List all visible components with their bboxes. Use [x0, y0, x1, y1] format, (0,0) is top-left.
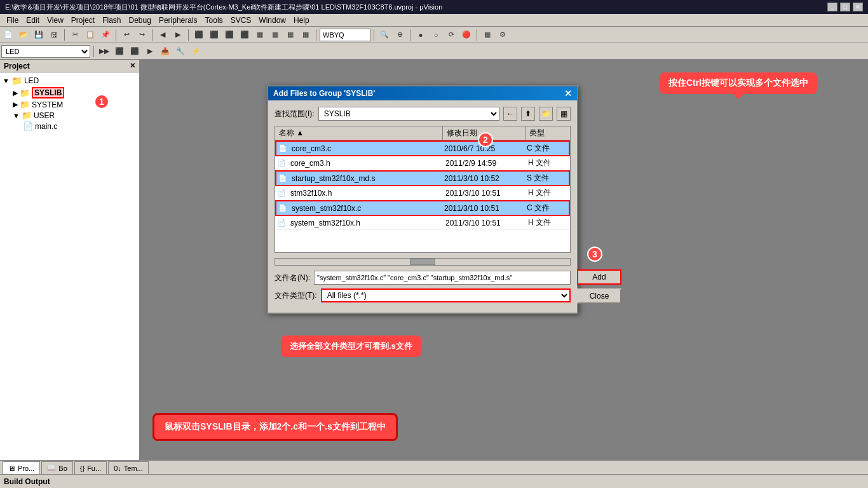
- tb-btn-11[interactable]: ●: [414, 28, 428, 42]
- file-row-system-c[interactable]: 📄 system_stm32f10x.c 2011/3/10 10:51 C 文…: [275, 200, 570, 216]
- tb-btn-7[interactable]: ▦: [283, 28, 297, 42]
- dialog-close-button[interactable]: ✕: [564, 88, 572, 98]
- minimize-button[interactable]: _: [827, 3, 837, 11]
- file-row-core-cm3-h[interactable]: 📄 core_cm3.h 2011/2/9 14:59 H 文件: [275, 156, 570, 170]
- save-all-button[interactable]: 🖫: [47, 28, 61, 42]
- nav-up-button[interactable]: ⬆: [521, 107, 535, 121]
- tb-btn-12[interactable]: ○: [429, 28, 443, 42]
- close-button[interactable]: ✕: [853, 3, 863, 11]
- file-row-stm32f10x-h[interactable]: 📄 stm32f10x.h 2011/3/10 10:51 H 文件: [275, 186, 570, 200]
- menu-edit[interactable]: Edit: [22, 15, 43, 26]
- search-input[interactable]: [320, 29, 370, 41]
- look-in-label: 查找范围(I):: [275, 109, 315, 119]
- tb-btn-10[interactable]: ⊕: [393, 28, 407, 42]
- menu-peripherals[interactable]: Peripherals: [155, 15, 201, 26]
- tb2-btn-1[interactable]: ▶▶: [97, 44, 111, 58]
- paste-button[interactable]: 📌: [98, 28, 112, 42]
- project-tab-icon: 🖥: [8, 464, 15, 472]
- tb-btn-5[interactable]: ▦: [253, 28, 267, 42]
- tree-node-system[interactable]: ▶ 📁 SYSTEM: [3, 99, 137, 110]
- tree-node-led[interactable]: ▼ 📁 LED: [3, 75, 137, 86]
- horizontal-scrollbar[interactable]: [275, 258, 571, 266]
- filename-input[interactable]: [314, 271, 571, 285]
- back-button[interactable]: ◀: [156, 28, 170, 42]
- copy-button[interactable]: 📋: [83, 28, 97, 42]
- look-in-combo[interactable]: SYSLIB: [318, 107, 499, 121]
- dialog-body: 查找范围(I): SYSLIB ← ⬆ 📁 ▦ 2 名称 ▲: [268, 100, 577, 313]
- open-button[interactable]: 📂: [17, 28, 31, 42]
- save-button[interactable]: 💾: [32, 28, 46, 42]
- tb2-btn-6[interactable]: 🔧: [173, 44, 187, 58]
- cut-button[interactable]: ✂: [68, 28, 82, 42]
- menu-tools[interactable]: Tools: [201, 15, 227, 26]
- templates-tab-icon: 0↓: [114, 464, 121, 472]
- menu-debug[interactable]: Debug: [125, 15, 155, 26]
- tab-project-label: Pro...: [18, 464, 34, 472]
- file-icon-core-cm3-c: 📄: [276, 144, 289, 152]
- tb2-btn-5[interactable]: 📥: [158, 44, 172, 58]
- menu-view[interactable]: View: [43, 15, 67, 26]
- menu-file[interactable]: File: [3, 15, 22, 26]
- new-button[interactable]: 📄: [1, 28, 15, 42]
- nav-newfolder-button[interactable]: 📁: [539, 107, 553, 121]
- tree-node-user[interactable]: ▼ 📁 USER: [3, 110, 137, 121]
- file-list: 名称 ▲ 修改日期 类型 📄 core_cm3.c 2010/6/7 10:25…: [275, 126, 571, 253]
- file-row-core-cm3-c[interactable]: 📄 core_cm3.c 2010/6/7 10:25 C 文件: [275, 140, 570, 156]
- undo-button[interactable]: ↩: [119, 28, 133, 42]
- annotation-bubble-3: 3: [587, 247, 602, 262]
- tb-btn-15[interactable]: ▦: [480, 28, 494, 42]
- tb-btn-3[interactable]: ⬛: [222, 28, 236, 42]
- file-row-startup[interactable]: 📄 startup_stm32f10x_md.s 2011/3/10 10:52…: [275, 170, 570, 186]
- bottom-tabs: 🖥 Pro... 📖 Bo {} Fu... 0↓ Tem...: [0, 461, 868, 474]
- file-row-system-h[interactable]: 📄 system_stm32f10x.h 2011/3/10 10:51 H 文…: [275, 216, 570, 230]
- tb-btn-14[interactable]: 🔴: [459, 28, 473, 42]
- sep5: [316, 29, 316, 41]
- tb-btn-9[interactable]: 🔍: [377, 28, 391, 42]
- target-select[interactable]: LED: [1, 45, 90, 58]
- add-button[interactable]: Add: [577, 269, 621, 285]
- menu-project[interactable]: Project: [67, 15, 98, 26]
- tb-btn-4[interactable]: ⬛: [238, 28, 252, 42]
- tree-node-syslib[interactable]: ▶ 📁 SYSLIB: [3, 86, 137, 99]
- tb-btn-2[interactable]: ⬛: [207, 28, 221, 42]
- menu-flash[interactable]: Flash: [98, 15, 125, 26]
- tb-btn-6[interactable]: ▦: [268, 28, 282, 42]
- tb2-btn-4[interactable]: ▶: [143, 44, 157, 58]
- project-panel: Project ✕ ▼ 📁 LED ▶ 📁 SYSLIB ▶ 📁 SYSTEM: [0, 60, 140, 460]
- forward-button[interactable]: ▶: [171, 28, 185, 42]
- file-type-startup: S 文件: [524, 173, 569, 184]
- led-folder-icon: 📁: [11, 76, 22, 86]
- tree-node-mainc[interactable]: 📄 main.c: [3, 121, 137, 132]
- mainc-file-icon: 📄: [23, 121, 33, 131]
- panel-close-button[interactable]: ✕: [130, 62, 135, 70]
- menu-window[interactable]: Window: [255, 15, 290, 26]
- tab-functions[interactable]: {} Fu...: [74, 461, 107, 474]
- books-tab-icon: 📖: [47, 464, 56, 472]
- menu-svcs[interactable]: SVCS: [227, 15, 255, 26]
- menu-help[interactable]: Help: [290, 15, 313, 26]
- content-area: 按住Ctrl按键可以实现多个文件选中 Add Files to Group 'S…: [140, 60, 868, 460]
- maximize-button[interactable]: □: [840, 3, 850, 11]
- file-type-system-c: C 文件: [524, 203, 569, 214]
- tab-books[interactable]: 📖 Bo: [41, 461, 72, 474]
- nav-view-button[interactable]: ▦: [557, 107, 571, 121]
- tb-btn-16[interactable]: ⚙: [496, 28, 510, 42]
- tb2-btn-2[interactable]: ⬛: [112, 44, 126, 58]
- tab-templates[interactable]: 0↓ Tem...: [108, 461, 149, 474]
- tb-btn-13[interactable]: ⟳: [444, 28, 458, 42]
- filetype-combo[interactable]: All files (*.*): [321, 288, 571, 302]
- redo-button[interactable]: ↪: [135, 28, 149, 42]
- nav-back-button[interactable]: ←: [503, 107, 517, 121]
- scroll-thumb[interactable]: [410, 259, 435, 265]
- annotation-bubble-1: 1: [94, 94, 109, 109]
- file-type-stm32f10x-h: H 文件: [526, 187, 570, 198]
- tb-btn-1[interactable]: ⬛: [192, 28, 206, 42]
- file-icon-system-h: 📄: [275, 219, 288, 227]
- file-date-core-cm3-h: 2011/2/9 14:59: [443, 159, 526, 168]
- tab-project[interactable]: 🖥 Pro...: [3, 461, 40, 474]
- file-name-system-c: system_stm32f10x.c: [289, 204, 442, 213]
- tb2-btn-3[interactable]: ⬛: [128, 44, 142, 58]
- tb-btn-8[interactable]: ▦: [299, 28, 313, 42]
- tb2-btn-7[interactable]: ⚡: [189, 44, 203, 58]
- close-dialog-button[interactable]: Close: [577, 288, 621, 304]
